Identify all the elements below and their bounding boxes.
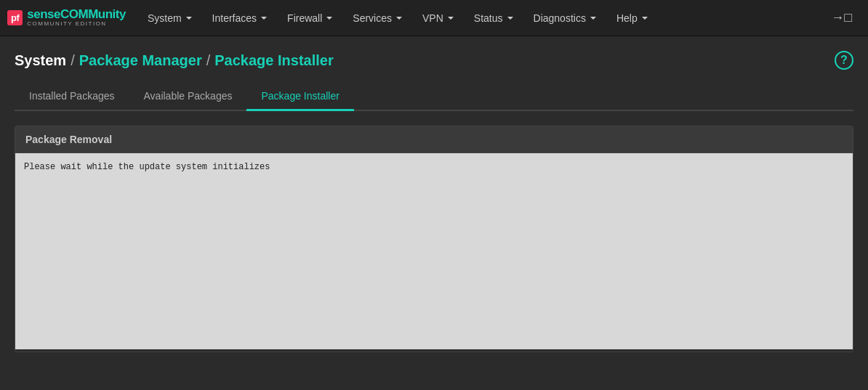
chevron-down-icon — [590, 17, 596, 20]
tabs-row: Installed Packages Available Packages Pa… — [15, 84, 853, 111]
nav-link-interfaces[interactable]: Interfaces — [202, 0, 277, 36]
chevron-down-icon — [261, 17, 267, 20]
tab-available-packages[interactable]: Available Packages — [129, 84, 247, 111]
brand-edition: COMMUNITY EDITION — [27, 21, 126, 28]
nav-link-status[interactable]: Status — [464, 0, 523, 36]
nav-link-vpn[interactable]: VPN — [412, 0, 464, 36]
chevron-down-icon — [642, 17, 648, 20]
breadcrumb-row: System / Package Manager / Package Insta… — [15, 51, 853, 70]
nav-item-help[interactable]: Help — [606, 0, 658, 36]
nav-link-services[interactable]: Services — [342, 0, 412, 36]
chevron-down-icon — [396, 17, 402, 20]
package-removal-card: Package Removal Please wait while the up… — [15, 126, 853, 352]
chevron-down-icon — [326, 17, 332, 20]
breadcrumb-sep2: / — [206, 52, 211, 69]
breadcrumb-package-installer[interactable]: Package Installer — [214, 52, 333, 69]
nav-link-diagnostics[interactable]: Diagnostics — [523, 0, 606, 36]
brand-logo-link[interactable]: pf senseCOMMunity COMMUNITY EDITION — [7, 8, 126, 28]
nav-item-services[interactable]: Services — [342, 0, 412, 36]
nav-item-interfaces[interactable]: Interfaces — [202, 0, 277, 36]
card-header: Package Removal — [15, 126, 853, 153]
chevron-down-icon — [186, 17, 192, 20]
log-output[interactable]: Please wait while the update system init… — [15, 153, 853, 349]
tab-package-installer[interactable]: Package Installer — [246, 84, 353, 111]
navbar-right: →□ — [822, 0, 861, 36]
nav-item-vpn[interactable]: VPN — [412, 0, 464, 36]
nav-item-status[interactable]: Status — [464, 0, 523, 36]
brand-logo-badge: pf — [7, 10, 23, 25]
chevron-down-icon — [507, 17, 513, 20]
logout-button[interactable]: →□ — [822, 0, 861, 36]
nav-item-system[interactable]: System — [137, 0, 202, 36]
breadcrumb-system: System — [15, 52, 66, 69]
breadcrumb-sep1: / — [71, 52, 75, 69]
breadcrumb: System / Package Manager / Package Insta… — [15, 52, 334, 69]
nav-link-firewall[interactable]: Firewall — [277, 0, 342, 36]
content-area: System / Package Manager / Package Insta… — [0, 36, 868, 390]
tab-installed-packages[interactable]: Installed Packages — [15, 84, 129, 111]
nav-item-firewall[interactable]: Firewall — [277, 0, 342, 36]
chevron-down-icon — [448, 17, 454, 20]
brand-text: senseCOMMunity COMMUNITY EDITION — [27, 8, 126, 28]
card-body: Please wait while the update system init… — [15, 153, 853, 352]
brand-name: senseCOMMunity — [27, 8, 126, 22]
nav-item-diagnostics[interactable]: Diagnostics — [523, 0, 606, 36]
nav-link-help[interactable]: Help — [606, 0, 658, 36]
nav-link-system[interactable]: System — [137, 0, 202, 36]
help-button[interactable]: ? — [835, 51, 853, 70]
breadcrumb-package-manager[interactable]: Package Manager — [79, 52, 202, 69]
navbar: pf senseCOMMunity COMMUNITY EDITION Syst… — [0, 0, 868, 36]
nav-menu: System Interfaces Firewall Services — [137, 0, 822, 36]
